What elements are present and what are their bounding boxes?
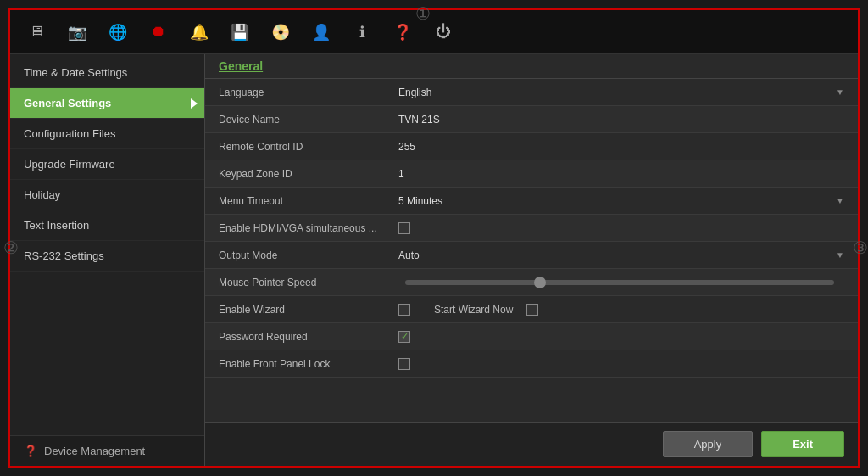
chevron-down-icon: ▼ [836,196,844,205]
setting-hdmi-vga: Enable HDMI/VGA simultaneous ... [205,215,858,242]
setting-device-name-label: Device Name [205,109,392,131]
output-mode-dropdown[interactable]: Auto ▼ [398,249,851,261]
setting-output-mode-value: Auto ▼ [392,246,858,265]
power-icon[interactable]: ⏻ [431,20,456,45]
annotation-2: ② [3,238,19,258]
front-panel-lock-checkbox[interactable] [398,358,410,370]
setting-remote-control-value: 255 [392,137,858,156]
setting-language-value: English ▼ [392,83,858,102]
sidebar-item-text-insertion[interactable]: Text Insertion [10,210,204,241]
user-icon[interactable]: 👤 [309,20,334,45]
language-dropdown[interactable]: English ▼ [398,87,851,98]
setting-enable-wizard: Enable Wizard Start Wizard Now [205,296,858,323]
main-area: Time & Date Settings General Settings Co… [10,54,858,466]
toolbar: 🖥 📷 🌐 ⏺ 🔔 💾 📀 👤 ℹ ❓ ⏻ [10,10,858,54]
sidebar-item-rs232[interactable]: RS-232 Settings [10,241,204,272]
setting-keypad-zone-label: Keypad Zone ID [205,163,392,185]
chevron-down-icon: ▼ [836,87,844,97]
hdmi-vga-checkbox[interactable] [398,222,410,234]
sidebar-item-general[interactable]: General Settings [10,88,204,119]
setting-remote-control-label: Remote Control ID [205,136,392,158]
setting-enable-wizard-value: Start Wizard Now [392,300,858,319]
setting-front-panel-lock: Enable Front Panel Lock [205,350,858,378]
help-icon[interactable]: ❓ [390,20,415,45]
apply-button[interactable]: Apply [663,431,754,457]
annotation-1: ① [415,3,431,24]
setting-enable-wizard-label: Enable Wizard [205,299,392,321]
setting-hdmi-vga-value [392,219,858,238]
setting-hdmi-vga-label: Enable HDMI/VGA simultaneous ... [205,217,392,239]
content-header: General [205,54,858,79]
setting-mouse-speed-label: Mouse Pointer Speed [205,272,392,294]
monitor-icon[interactable]: 🖥 [24,20,49,45]
annotation-3: ③ [853,238,868,258]
setting-language-label: Language [205,81,392,104]
sidebar-menu: Time & Date Settings General Settings Co… [10,54,204,435]
setting-front-panel-lock-label: Enable Front Panel Lock [205,353,392,375]
hdd-icon[interactable]: 💾 [227,20,253,45]
content-footer: Apply Exit [205,422,858,466]
setting-menu-timeout: Menu Timeout 5 Minutes ▼ [205,188,858,215]
network-icon[interactable]: 🌐 [105,20,131,45]
mouse-speed-slider[interactable] [405,280,834,285]
setting-password-required-value [392,328,858,346]
password-required-checkbox[interactable] [398,331,410,343]
exit-button[interactable]: Exit [761,431,844,457]
slider-thumb [534,277,546,288]
setting-remote-control-id: Remote Control ID 255 [205,133,858,160]
start-wizard-label: Start Wizard Now [434,304,513,316]
sidebar-footer[interactable]: ❓ Device Management [10,435,204,466]
setting-menu-timeout-value: 5 Minutes ▼ [392,192,858,210]
info-icon[interactable]: ℹ [349,20,375,45]
main-container: 🖥 📷 🌐 ⏺ 🔔 💾 📀 👤 ℹ ❓ ⏻ Time & Date Settin… [8,8,860,468]
device-management-icon: ❓ [24,445,37,457]
storage2-icon[interactable]: 📀 [268,20,293,45]
setting-output-mode-label: Output Mode [205,244,392,266]
setting-front-panel-lock-value [392,355,858,373]
record-icon[interactable]: ⏺ [146,20,171,45]
sidebar: Time & Date Settings General Settings Co… [10,54,205,466]
setting-device-name: Device Name TVN 21S [205,106,858,133]
setting-language: Language English ▼ [205,79,858,106]
enable-wizard-checkbox[interactable] [398,304,410,316]
sidebar-item-holiday[interactable]: Holiday [10,180,204,210]
setting-output-mode: Output Mode Auto ▼ [205,242,858,269]
setting-keypad-zone-value: 1 [392,165,858,183]
content-body: Language English ▼ Device Name TVN 21S [205,79,858,422]
sidebar-item-config-files[interactable]: Configuration Files [10,119,204,149]
sidebar-item-upgrade-firmware[interactable]: Upgrade Firmware [10,149,204,180]
setting-mouse-speed: Mouse Pointer Speed [205,269,858,296]
setting-menu-timeout-label: Menu Timeout [205,190,392,212]
setting-device-name-value: TVN 21S [392,110,858,129]
content-panel: General Language English ▼ Device Name [205,54,858,466]
setting-password-required-label: Password Required [205,326,392,348]
setting-mouse-speed-value [392,277,858,288]
sidebar-item-time-date[interactable]: Time & Date Settings [10,58,204,88]
setting-password-required: Password Required [205,323,858,350]
device-management-label: Device Management [44,445,145,457]
camera-icon[interactable]: 📷 [64,20,90,45]
setting-keypad-zone-id: Keypad Zone ID 1 [205,160,858,188]
chevron-down-icon: ▼ [836,250,844,260]
start-wizard-checkbox[interactable] [526,304,538,316]
menu-timeout-dropdown[interactable]: 5 Minutes ▼ [398,195,851,207]
alarm-icon[interactable]: 🔔 [186,20,212,45]
content-title: General [219,59,263,73]
